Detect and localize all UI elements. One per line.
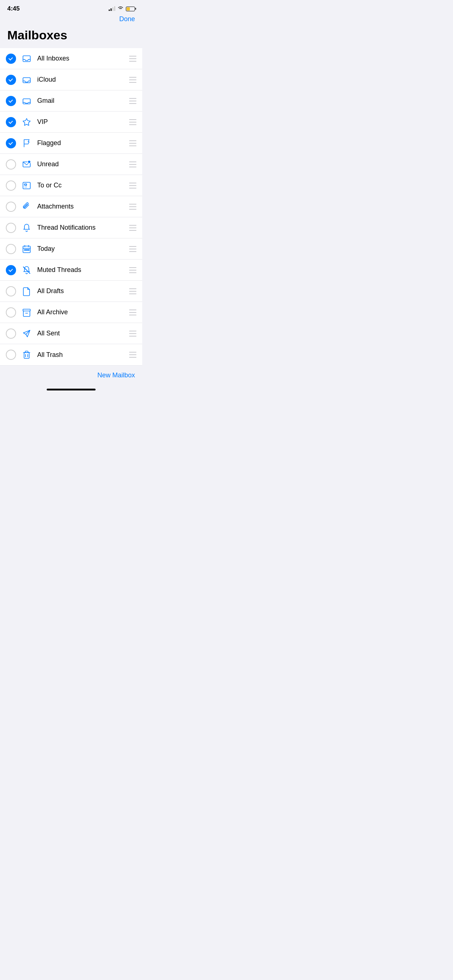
- checkbox-flagged[interactable]: [6, 138, 16, 148]
- drag-handle-all-archive[interactable]: [129, 310, 136, 315]
- mailbox-item-icloud[interactable]: iCloud: [0, 69, 142, 91]
- mailbox-label-vip: VIP: [37, 118, 129, 126]
- svg-rect-22: [24, 353, 29, 358]
- mailbox-item-all-archive[interactable]: All Archive: [0, 302, 142, 323]
- status-bar: 4:45: [0, 0, 142, 15]
- bell-mute-icon: [21, 265, 32, 275]
- status-time: 4:45: [7, 5, 20, 13]
- done-button[interactable]: Done: [119, 15, 135, 23]
- checkbox-all-archive[interactable]: [6, 307, 16, 318]
- mailbox-label-gmail: Gmail: [37, 97, 129, 105]
- mailbox-label-all-inboxes: All Inboxes: [37, 55, 129, 62]
- mailbox-item-to-or-cc[interactable]: TOCCTo or Cc: [0, 175, 142, 196]
- drag-handle-today[interactable]: [129, 246, 136, 252]
- archive-icon: [21, 307, 32, 318]
- mailbox-item-unread[interactable]: Unread: [0, 154, 142, 175]
- mailbox-label-all-archive: All Archive: [37, 309, 129, 316]
- mailbox-item-gmail[interactable]: Gmail: [0, 91, 142, 111]
- checkbox-thread-notifications[interactable]: [6, 223, 16, 233]
- paperclip-icon: [21, 201, 32, 212]
- drag-handle-to-or-cc[interactable]: [129, 183, 136, 188]
- svg-rect-14: [24, 250, 26, 250]
- mailbox-item-thread-notifications[interactable]: Thread Notifications: [0, 217, 142, 239]
- checkbox-gmail[interactable]: [6, 96, 16, 106]
- draft-icon: [21, 286, 32, 297]
- mailbox-label-icloud: iCloud: [37, 76, 129, 83]
- page-title-container: Mailboxes: [0, 27, 142, 48]
- inbox-single-icon: [21, 75, 32, 85]
- drag-handle-flagged[interactable]: [129, 140, 136, 146]
- mailbox-label-muted-threads: Muted Threads: [37, 266, 129, 274]
- checkbox-attachments[interactable]: [6, 202, 16, 212]
- drag-handle-all-sent[interactable]: [129, 331, 136, 337]
- mailbox-list: All InboxesiCloudGmailVIPFlaggedUnreadTO…: [0, 48, 142, 365]
- battery-icon: [126, 6, 135, 11]
- status-icons: [109, 5, 135, 12]
- svg-marker-3: [23, 118, 30, 126]
- drag-handle-vip[interactable]: [129, 119, 136, 125]
- mailbox-label-all-trash: All Trash: [37, 351, 129, 359]
- star-icon: [21, 117, 32, 127]
- checkbox-today[interactable]: [6, 244, 16, 254]
- to-cc-icon: TOCC: [21, 180, 32, 191]
- svg-rect-15: [26, 250, 27, 250]
- footer: New Mailbox: [0, 365, 142, 385]
- drag-handle-gmail[interactable]: [129, 98, 136, 104]
- sent-icon: [21, 328, 32, 339]
- mailbox-label-flagged: Flagged: [37, 139, 129, 147]
- checkbox-muted-threads[interactable]: [6, 265, 16, 275]
- inbox-tray-icon: [21, 95, 32, 107]
- page-title: Mailboxes: [7, 28, 67, 42]
- bell-icon: [21, 223, 32, 233]
- mailbox-item-vip[interactable]: VIP: [0, 111, 142, 133]
- calendar-icon: [21, 243, 32, 255]
- drag-handle-all-inboxes[interactable]: [129, 56, 136, 62]
- svg-rect-16: [28, 250, 29, 250]
- signal-icon: [109, 6, 115, 11]
- inbox-icon: [21, 53, 32, 64]
- mailbox-item-all-inboxes[interactable]: All Inboxes: [0, 48, 142, 69]
- svg-rect-18: [23, 309, 30, 311]
- drag-handle-all-drafts[interactable]: [129, 288, 136, 294]
- mailbox-label-today: Today: [37, 245, 129, 253]
- mailbox-item-all-trash[interactable]: All Trash: [0, 344, 142, 365]
- drag-handle-icloud[interactable]: [129, 77, 136, 83]
- mailbox-item-all-drafts[interactable]: All Drafts: [0, 281, 142, 302]
- home-indicator: [0, 385, 142, 393]
- mailbox-item-flagged[interactable]: Flagged: [0, 133, 142, 154]
- envelope-dot-icon: [21, 159, 32, 170]
- mailbox-item-muted-threads[interactable]: Muted Threads: [0, 259, 142, 281]
- home-bar: [47, 389, 96, 390]
- new-mailbox-button[interactable]: New Mailbox: [97, 372, 135, 379]
- mailbox-label-all-drafts: All Drafts: [37, 287, 129, 295]
- drag-handle-attachments[interactable]: [129, 204, 136, 210]
- mailbox-item-attachments[interactable]: Attachments: [0, 196, 142, 217]
- battery-fill: [126, 7, 130, 11]
- navigation-header: Done: [0, 15, 142, 27]
- checkbox-all-inboxes[interactable]: [6, 54, 16, 64]
- checkbox-unread[interactable]: [6, 159, 16, 170]
- drag-handle-thread-notifications[interactable]: [129, 225, 136, 231]
- drag-handle-all-trash[interactable]: [129, 352, 136, 358]
- mailbox-item-all-sent[interactable]: All Sent: [0, 323, 142, 344]
- trash-icon: [21, 349, 32, 360]
- checkbox-all-drafts[interactable]: [6, 286, 16, 296]
- mailbox-label-attachments: Attachments: [37, 203, 129, 210]
- checkbox-vip[interactable]: [6, 117, 16, 127]
- mailbox-label-to-or-cc: To or Cc: [37, 181, 129, 189]
- drag-handle-muted-threads[interactable]: [129, 267, 136, 273]
- mailbox-label-all-sent: All Sent: [37, 329, 129, 337]
- mailbox-label-thread-notifications: Thread Notifications: [37, 224, 129, 232]
- checkbox-all-trash[interactable]: [6, 350, 16, 360]
- drag-handle-unread[interactable]: [129, 162, 136, 167]
- flag-icon: [21, 138, 32, 149]
- mailbox-label-unread: Unread: [37, 161, 129, 168]
- checkbox-to-or-cc[interactable]: [6, 180, 16, 191]
- svg-text:CC: CC: [24, 186, 27, 188]
- svg-point-5: [28, 161, 30, 163]
- checkbox-icloud[interactable]: [6, 75, 16, 85]
- mailbox-item-today[interactable]: Today: [0, 239, 142, 259]
- wifi-icon: [118, 5, 124, 12]
- checkbox-all-sent[interactable]: [6, 328, 16, 339]
